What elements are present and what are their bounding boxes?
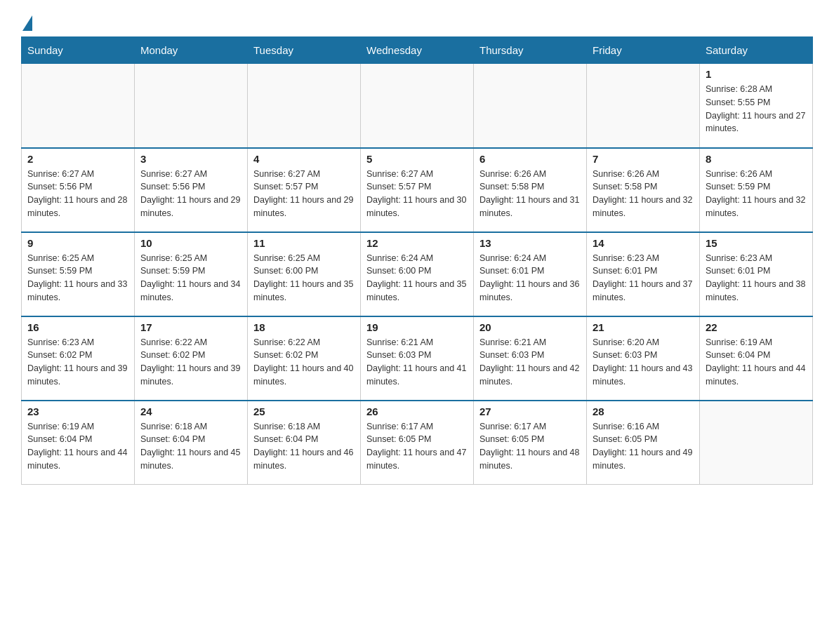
day-number: 14 — [593, 237, 694, 249]
calendar-cell: 8Sunrise: 6:26 AM Sunset: 5:59 PM Daylig… — [700, 148, 813, 232]
day-number: 9 — [27, 237, 128, 249]
calendar-week-row: 9Sunrise: 6:25 AM Sunset: 5:59 PM Daylig… — [22, 232, 813, 316]
day-number: 28 — [593, 405, 694, 417]
day-info: Sunrise: 6:19 AM Sunset: 6:04 PM Dayligh… — [706, 336, 807, 389]
day-info: Sunrise: 6:25 AM Sunset: 6:00 PM Dayligh… — [253, 252, 355, 304]
calendar-header-monday: Monday — [135, 37, 248, 64]
day-info: Sunrise: 6:17 AM Sunset: 6:05 PM Dayligh… — [479, 420, 581, 473]
calendar-cell: 10Sunrise: 6:25 AM Sunset: 5:59 PM Dayli… — [135, 232, 248, 316]
day-info: Sunrise: 6:27 AM Sunset: 5:57 PM Dayligh… — [366, 168, 468, 220]
day-number: 10 — [140, 237, 241, 249]
day-info: Sunrise: 6:23 AM Sunset: 6:01 PM Dayligh… — [593, 252, 694, 304]
day-info: Sunrise: 6:26 AM Sunset: 5:59 PM Dayligh… — [706, 168, 807, 220]
day-number: 8 — [706, 153, 807, 165]
calendar-week-row: 16Sunrise: 6:23 AM Sunset: 6:02 PM Dayli… — [22, 316, 813, 401]
calendar-cell: 19Sunrise: 6:21 AM Sunset: 6:03 PM Dayli… — [361, 316, 474, 401]
calendar-cell — [587, 64, 700, 148]
calendar-cell: 1Sunrise: 6:28 AM Sunset: 5:55 PM Daylig… — [700, 64, 813, 148]
day-info: Sunrise: 6:16 AM Sunset: 6:05 PM Dayligh… — [593, 420, 694, 473]
calendar-cell: 12Sunrise: 6:24 AM Sunset: 6:00 PM Dayli… — [361, 232, 474, 316]
day-info: Sunrise: 6:19 AM Sunset: 6:04 PM Dayligh… — [27, 420, 128, 473]
calendar-cell: 25Sunrise: 6:18 AM Sunset: 6:04 PM Dayli… — [248, 401, 361, 485]
calendar-cell — [474, 64, 587, 148]
day-number: 27 — [479, 405, 581, 417]
calendar-cell — [361, 64, 474, 148]
calendar-cell: 4Sunrise: 6:27 AM Sunset: 5:57 PM Daylig… — [248, 148, 361, 232]
day-info: Sunrise: 6:26 AM Sunset: 5:58 PM Dayligh… — [593, 168, 694, 220]
calendar-header-tuesday: Tuesday — [248, 37, 361, 64]
day-number: 15 — [706, 237, 807, 249]
day-number: 19 — [366, 321, 468, 333]
day-number: 11 — [253, 237, 355, 249]
day-info: Sunrise: 6:21 AM Sunset: 6:03 PM Dayligh… — [479, 336, 581, 389]
calendar-cell: 11Sunrise: 6:25 AM Sunset: 6:00 PM Dayli… — [248, 232, 361, 316]
calendar-cell — [135, 64, 248, 148]
calendar-cell: 13Sunrise: 6:24 AM Sunset: 6:01 PM Dayli… — [474, 232, 587, 316]
calendar-header-sunday: Sunday — [22, 37, 135, 64]
day-number: 16 — [27, 321, 128, 333]
calendar-header-row: SundayMondayTuesdayWednesdayThursdayFrid… — [22, 37, 813, 64]
calendar-cell: 6Sunrise: 6:26 AM Sunset: 5:58 PM Daylig… — [474, 148, 587, 232]
day-number: 3 — [140, 153, 241, 165]
day-number: 20 — [479, 321, 581, 333]
day-number: 2 — [27, 153, 128, 165]
day-info: Sunrise: 6:27 AM Sunset: 5:56 PM Dayligh… — [27, 168, 128, 220]
day-info: Sunrise: 6:18 AM Sunset: 6:04 PM Dayligh… — [140, 420, 241, 473]
logo — [21, 14, 32, 29]
calendar-cell: 23Sunrise: 6:19 AM Sunset: 6:04 PM Dayli… — [22, 401, 135, 485]
calendar-cell: 22Sunrise: 6:19 AM Sunset: 6:04 PM Dayli… — [700, 316, 813, 401]
page-header — [21, 14, 813, 29]
calendar-cell: 26Sunrise: 6:17 AM Sunset: 6:05 PM Dayli… — [361, 401, 474, 485]
day-number: 26 — [366, 405, 468, 417]
day-number: 4 — [253, 153, 355, 165]
calendar-week-row: 1Sunrise: 6:28 AM Sunset: 5:55 PM Daylig… — [22, 64, 813, 148]
day-info: Sunrise: 6:28 AM Sunset: 5:55 PM Dayligh… — [706, 83, 807, 135]
logo-triangle-icon — [22, 15, 32, 31]
calendar-cell: 3Sunrise: 6:27 AM Sunset: 5:56 PM Daylig… — [135, 148, 248, 232]
calendar-cell — [700, 401, 813, 485]
day-info: Sunrise: 6:21 AM Sunset: 6:03 PM Dayligh… — [366, 336, 468, 389]
calendar-cell: 14Sunrise: 6:23 AM Sunset: 6:01 PM Dayli… — [587, 232, 700, 316]
day-info: Sunrise: 6:22 AM Sunset: 6:02 PM Dayligh… — [253, 336, 355, 389]
day-number: 24 — [140, 405, 241, 417]
day-number: 5 — [366, 153, 468, 165]
calendar-cell: 15Sunrise: 6:23 AM Sunset: 6:01 PM Dayli… — [700, 232, 813, 316]
calendar-header-saturday: Saturday — [700, 37, 813, 64]
calendar-header-friday: Friday — [587, 37, 700, 64]
day-info: Sunrise: 6:20 AM Sunset: 6:03 PM Dayligh… — [593, 336, 694, 389]
day-info: Sunrise: 6:25 AM Sunset: 5:59 PM Dayligh… — [140, 252, 241, 304]
day-info: Sunrise: 6:23 AM Sunset: 6:01 PM Dayligh… — [706, 252, 807, 304]
calendar-header-thursday: Thursday — [474, 37, 587, 64]
calendar-cell: 17Sunrise: 6:22 AM Sunset: 6:02 PM Dayli… — [135, 316, 248, 401]
day-info: Sunrise: 6:22 AM Sunset: 6:02 PM Dayligh… — [140, 336, 241, 389]
day-number: 17 — [140, 321, 241, 333]
day-info: Sunrise: 6:24 AM Sunset: 6:00 PM Dayligh… — [366, 252, 468, 304]
day-info: Sunrise: 6:17 AM Sunset: 6:05 PM Dayligh… — [366, 420, 468, 473]
calendar-week-row: 2Sunrise: 6:27 AM Sunset: 5:56 PM Daylig… — [22, 148, 813, 232]
calendar-cell: 24Sunrise: 6:18 AM Sunset: 6:04 PM Dayli… — [135, 401, 248, 485]
day-info: Sunrise: 6:27 AM Sunset: 5:56 PM Dayligh… — [140, 168, 241, 220]
day-info: Sunrise: 6:18 AM Sunset: 6:04 PM Dayligh… — [253, 420, 355, 473]
day-info: Sunrise: 6:23 AM Sunset: 6:02 PM Dayligh… — [27, 336, 128, 389]
day-number: 1 — [706, 68, 807, 80]
day-number: 22 — [706, 321, 807, 333]
calendar-table: SundayMondayTuesdayWednesdayThursdayFrid… — [21, 36, 813, 485]
day-number: 21 — [593, 321, 694, 333]
calendar-cell: 28Sunrise: 6:16 AM Sunset: 6:05 PM Dayli… — [587, 401, 700, 485]
day-number: 7 — [593, 153, 694, 165]
day-number: 25 — [253, 405, 355, 417]
calendar-cell: 5Sunrise: 6:27 AM Sunset: 5:57 PM Daylig… — [361, 148, 474, 232]
day-number: 23 — [27, 405, 128, 417]
day-info: Sunrise: 6:24 AM Sunset: 6:01 PM Dayligh… — [479, 252, 581, 304]
calendar-cell: 18Sunrise: 6:22 AM Sunset: 6:02 PM Dayli… — [248, 316, 361, 401]
calendar-cell — [248, 64, 361, 148]
day-info: Sunrise: 6:26 AM Sunset: 5:58 PM Dayligh… — [479, 168, 581, 220]
calendar-cell: 9Sunrise: 6:25 AM Sunset: 5:59 PM Daylig… — [22, 232, 135, 316]
calendar-cell: 27Sunrise: 6:17 AM Sunset: 6:05 PM Dayli… — [474, 401, 587, 485]
calendar-cell: 2Sunrise: 6:27 AM Sunset: 5:56 PM Daylig… — [22, 148, 135, 232]
day-number: 13 — [479, 237, 581, 249]
calendar-header-wednesday: Wednesday — [361, 37, 474, 64]
calendar-week-row: 23Sunrise: 6:19 AM Sunset: 6:04 PM Dayli… — [22, 401, 813, 485]
day-number: 12 — [366, 237, 468, 249]
day-info: Sunrise: 6:25 AM Sunset: 5:59 PM Dayligh… — [27, 252, 128, 304]
